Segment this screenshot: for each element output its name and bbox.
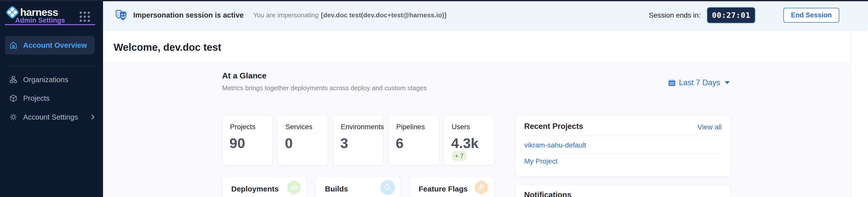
- impersonation-banner: Impersonation session is active You are …: [103, 0, 868, 31]
- sidebar-item-label: Account Settings: [23, 113, 78, 121]
- stat-value: 6: [396, 135, 404, 151]
- stat-value: 4.3k: [451, 135, 478, 151]
- stat-label: Services: [285, 123, 312, 131]
- scroll-gutter: [850, 31, 868, 197]
- stat-card-users[interactable]: Users 4.3k + 7: [444, 115, 494, 165]
- sidebar-purple-rule: [5, 24, 95, 25]
- time-range-label: Last 7 Days: [679, 78, 720, 87]
- feature-flags-icon: [474, 180, 489, 195]
- module-card-builds[interactable]: Builds: [316, 176, 401, 197]
- module-label: Builds: [325, 185, 348, 193]
- chevron-right-icon: [89, 115, 94, 120]
- sidebar-subtitle: Admin Settings: [15, 16, 65, 25]
- recent-project-link[interactable]: My Project: [524, 157, 557, 165]
- sidebar-item-projects[interactable]: Projects: [5, 91, 94, 105]
- session-timer: 00:27:01: [707, 7, 756, 24]
- theater-masks-icon: [115, 9, 128, 22]
- end-session-button[interactable]: End Session: [783, 8, 839, 23]
- stat-card-services[interactable]: Services 0: [278, 115, 328, 165]
- banner-impersonating-prefix: You are impersonating: [253, 11, 318, 19]
- sidebar-divider: [5, 66, 95, 67]
- view-all-link[interactable]: View all: [698, 123, 722, 131]
- caret-down-icon: [725, 81, 730, 84]
- sidebar: harness Admin Settings Account Overview …: [0, 0, 103, 197]
- recent-projects-title: Recent Projects: [524, 122, 583, 131]
- home-icon: [9, 41, 18, 49]
- cube-icon: [9, 94, 18, 103]
- main-content: At a Glance Metrics brings together depl…: [103, 64, 850, 197]
- gear-icon: [9, 113, 18, 121]
- sidebar-item-account-settings[interactable]: Account Settings: [5, 110, 94, 124]
- banner-left: Impersonation session is active You are …: [115, 0, 446, 30]
- welcome-band: Welcome, dev.doc test: [103, 31, 868, 64]
- sidebar-item-label: Account Overview: [23, 41, 87, 49]
- at-a-glance-subtitle: Metrics brings together deployments acro…: [222, 84, 427, 92]
- page-title: Welcome, dev.doc test: [114, 42, 221, 53]
- calendar-icon: [668, 79, 676, 87]
- at-a-glance-title: At a Glance: [222, 71, 267, 80]
- app-grid-icon[interactable]: [80, 11, 90, 22]
- deployments-icon: ∞: [287, 180, 301, 195]
- banner-title: Impersonation session is active: [133, 11, 244, 19]
- builds-icon: [380, 180, 395, 195]
- stat-label: Users: [452, 123, 470, 131]
- stat-value: 0: [285, 135, 293, 151]
- divider: [524, 136, 722, 136]
- module-label: Deployments: [231, 185, 279, 193]
- stat-card-environments[interactable]: Environments 3: [333, 115, 383, 165]
- stat-label: Pipelines: [396, 123, 425, 131]
- modules-row: Deployments ∞ Builds Feature Flags: [222, 176, 494, 197]
- window-top-strip: [0, 0, 868, 1]
- stat-label: Projects: [230, 123, 255, 131]
- sidebar-item-organizations[interactable]: Organizations: [5, 73, 94, 87]
- module-card-deployments[interactable]: Deployments ∞: [222, 176, 307, 197]
- stat-label: Environments: [341, 123, 384, 131]
- notifications-panel: Notifications: [515, 186, 731, 197]
- module-label: Feature Flags: [418, 185, 468, 193]
- sidebar-item-account-overview[interactable]: Account Overview: [5, 36, 94, 54]
- notifications-title: Notifications: [524, 191, 571, 197]
- banner-impersonating-target: [dev.doc test(dev.doc+test@harness.io)]: [321, 11, 446, 19]
- sidebar-item-label: Organizations: [23, 76, 68, 84]
- stats-row: Projects 90 Services 0 Environments 3 Pi…: [222, 115, 494, 165]
- recent-project-link[interactable]: vikram-sahu-default: [524, 141, 586, 149]
- session-ends-label: Session ends in:: [649, 11, 701, 19]
- module-card-feature-flags[interactable]: Feature Flags: [410, 176, 494, 197]
- org-chart-icon: [9, 75, 18, 84]
- stat-value: 90: [229, 135, 245, 151]
- banner-right: Session ends in: 00:27:01 End Session: [649, 0, 839, 30]
- users-delta-badge: + 7: [452, 151, 467, 161]
- time-range-select[interactable]: Last 7 Days: [668, 78, 730, 87]
- stat-card-projects[interactable]: Projects 90: [222, 115, 272, 165]
- recent-projects-panel: Recent Projects View all vikram-sahu-def…: [515, 115, 731, 176]
- stat-card-pipelines[interactable]: Pipelines 6: [389, 115, 438, 165]
- sidebar-item-label: Projects: [23, 94, 50, 103]
- stat-value: 3: [340, 135, 348, 151]
